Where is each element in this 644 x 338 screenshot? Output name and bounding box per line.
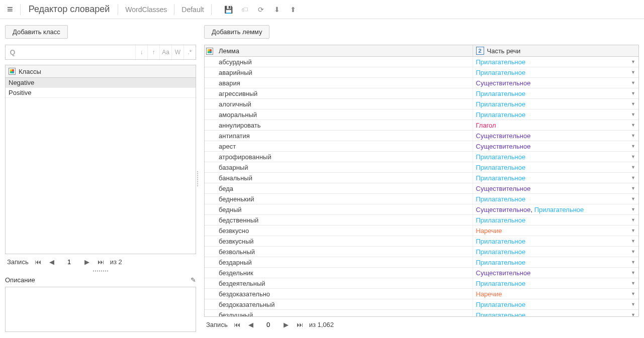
lemma-cell[interactable]: банальный (216, 173, 473, 183)
lemma-row[interactable]: банальныйПрилагательное▼ (205, 173, 638, 183)
pager-last-icon[interactable]: ⏭ (295, 321, 305, 328)
horizontal-grip[interactable] (5, 270, 196, 273)
pos-cell[interactable]: Прилагательное▼ (473, 67, 638, 78)
dropdown-caret-icon[interactable]: ▼ (631, 291, 635, 296)
pager-current-input[interactable] (259, 321, 278, 328)
lemma-cell[interactable]: абсурдный (216, 57, 473, 67)
dropdown-caret-icon[interactable]: ▼ (631, 281, 635, 286)
lemma-row[interactable]: безвкусноНаречие▼ (205, 226, 638, 236)
lemma-row[interactable]: бездушныйПрилагательное▼ (205, 310, 638, 317)
class-search-input[interactable] (20, 45, 135, 59)
dropdown-caret-icon[interactable]: ▼ (631, 123, 635, 128)
lemma-row[interactable]: бездельникСуществительное▼ (205, 268, 638, 278)
whole-word-toggle[interactable]: W (171, 45, 183, 59)
lemma-row[interactable]: аварияСуществительное▼ (205, 78, 638, 88)
breadcrumb-2[interactable]: Default (178, 6, 207, 14)
pos-cell[interactable]: Глагол▼ (473, 120, 638, 131)
lemma-cell[interactable]: бездарный (216, 257, 473, 268)
pos-cell[interactable]: Прилагательное▼ (473, 215, 638, 226)
pager-prev-icon[interactable]: ◀ (47, 258, 56, 266)
lemma-cell[interactable]: алогичный (216, 99, 473, 109)
lemma-row[interactable]: бездеятельныйПрилагательное▼ (205, 278, 638, 289)
lemma-row[interactable]: бедаСуществительное▼ (205, 183, 638, 194)
lemma-row[interactable]: аварийныйПрилагательное▼ (205, 67, 638, 78)
lemma-row[interactable]: базарныйПрилагательное▼ (205, 162, 638, 173)
lemma-cell[interactable]: аварийный (216, 67, 473, 78)
add-lemma-button[interactable]: Добавить лемму (204, 25, 269, 39)
lemma-cell[interactable]: агрессивный (216, 88, 473, 99)
dropdown-caret-icon[interactable]: ▼ (631, 175, 635, 180)
lemma-cell[interactable]: базарный (216, 162, 473, 173)
pos-cell[interactable]: Наречие▼ (473, 289, 638, 299)
refresh-icon[interactable]: ⟳ (254, 3, 268, 17)
dropdown-caret-icon[interactable]: ▼ (631, 186, 635, 191)
lemma-row[interactable]: атрофированныйПрилагательное▼ (205, 152, 638, 162)
breadcrumb-1[interactable]: WordClasses (122, 6, 170, 14)
lemma-cell[interactable]: беда (216, 183, 473, 194)
dropdown-caret-icon[interactable]: ▼ (631, 59, 635, 64)
dropdown-caret-icon[interactable]: ▼ (631, 112, 635, 117)
description-box[interactable] (5, 287, 196, 332)
lemma-row[interactable]: бедныйСуществительное, Прилагательное▼ (205, 204, 638, 215)
pager-current-input[interactable] (60, 258, 78, 266)
download-icon[interactable]: ⬇ (270, 3, 284, 17)
pager-next-icon[interactable]: ▶ (282, 321, 291, 328)
lemma-cell[interactable]: бездушный (216, 310, 473, 317)
dropdown-caret-icon[interactable]: ▼ (631, 302, 635, 307)
pos-cell[interactable]: Прилагательное▼ (473, 247, 638, 257)
lemma-cell[interactable]: бездеятельный (216, 278, 473, 289)
lemma-row[interactable]: бедственныйПрилагательное▼ (205, 215, 638, 226)
upload-icon[interactable]: ⬆ (286, 3, 300, 17)
pos-cell[interactable]: Прилагательное▼ (473, 99, 638, 109)
pos-cell[interactable]: Существительное, Прилагательное▼ (473, 204, 638, 215)
lemma-cell[interactable]: бездоказательно (216, 289, 473, 299)
lemma-cell[interactable]: аморальный (216, 109, 473, 120)
lemma-cell[interactable]: безвольный (216, 247, 473, 257)
sort-asc-icon[interactable]: ↑ (147, 45, 159, 59)
pos-cell[interactable]: Существительное▼ (473, 131, 638, 141)
class-row[interactable]: Positive (6, 88, 196, 98)
lemma-row[interactable]: абсурдныйПрилагательное▼ (205, 57, 638, 67)
lemma-cell[interactable]: бедственный (216, 215, 473, 226)
lemma-cell[interactable]: аннулировать (216, 120, 473, 131)
lemma-row[interactable]: безвкусныйПрилагательное▼ (205, 236, 638, 247)
lemma-cell[interactable]: авария (216, 78, 473, 88)
lemma-cell[interactable]: бездельник (216, 268, 473, 278)
lemma-cell[interactable]: безвкусно (216, 226, 473, 236)
lemma-cell[interactable]: антипатия (216, 131, 473, 141)
dropdown-caret-icon[interactable]: ▼ (631, 154, 635, 159)
pos-cell[interactable]: Прилагательное▼ (473, 194, 638, 204)
pager-first-icon[interactable]: ⏮ (33, 258, 43, 266)
dropdown-caret-icon[interactable]: ▼ (631, 239, 635, 244)
dropdown-caret-icon[interactable]: ▼ (631, 196, 635, 201)
lemma-cell[interactable]: атрофированный (216, 152, 473, 162)
pos-cell[interactable]: Прилагательное▼ (473, 173, 638, 183)
pos-cell[interactable]: Прилагательное▼ (473, 236, 638, 247)
lemma-row[interactable]: безвольныйПрилагательное▼ (205, 247, 638, 257)
lemma-row[interactable]: алогичныйПрилагательное▼ (205, 99, 638, 109)
lemma-row[interactable]: бездоказательноНаречие▼ (205, 289, 638, 299)
lemma-cell[interactable]: бедненький (216, 194, 473, 204)
sort-desc-icon[interactable]: ↓ (135, 45, 147, 59)
dropdown-caret-icon[interactable]: ▼ (631, 144, 635, 149)
lemma-row[interactable]: бездарныйПрилагательное▼ (205, 257, 638, 268)
pos-cell[interactable]: Прилагательное▼ (473, 278, 638, 289)
pos-cell[interactable]: Прилагательное▼ (473, 162, 638, 173)
lemma-row[interactable]: арестСуществительное▼ (205, 141, 638, 152)
pos-cell[interactable]: Прилагательное▼ (473, 57, 638, 67)
pos-cell[interactable]: Существительное▼ (473, 78, 638, 88)
pager-prev-icon[interactable]: ◀ (246, 321, 255, 328)
pos-cell[interactable]: Существительное▼ (473, 141, 638, 152)
col-pos-header[interactable]: 2Часть речи (473, 45, 638, 57)
lemma-row[interactable]: бездоказательныйПрилагательное▼ (205, 299, 638, 310)
add-class-button[interactable]: Добавить класс (5, 25, 68, 39)
lemma-row[interactable]: бедненькийПрилагательное▼ (205, 194, 638, 204)
pencil-icon[interactable]: ✎ (191, 276, 196, 284)
lemma-cell[interactable]: бедный (216, 204, 473, 215)
dropdown-caret-icon[interactable]: ▼ (631, 70, 635, 75)
pos-cell[interactable]: Прилагательное▼ (473, 109, 638, 120)
dropdown-caret-icon[interactable]: ▼ (631, 270, 635, 275)
regex-toggle[interactable]: .* (183, 45, 196, 59)
dropdown-caret-icon[interactable]: ▼ (631, 260, 635, 265)
lemma-cell[interactable]: безвкусный (216, 236, 473, 247)
